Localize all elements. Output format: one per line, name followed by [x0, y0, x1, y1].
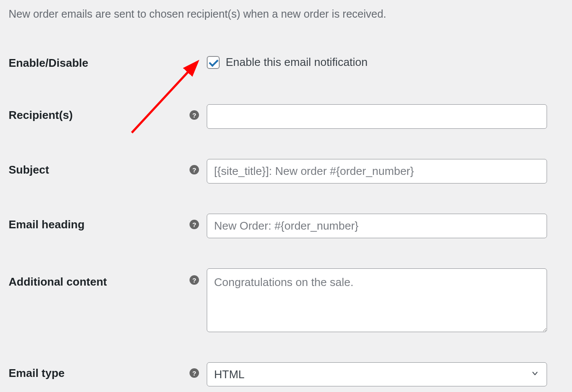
help-icon[interactable]: ?	[190, 110, 199, 120]
page-description: New order emails are sent to chosen reci…	[9, 8, 563, 20]
row-email-heading: Email heading ?	[9, 214, 563, 238]
label-recipients: Recipient(s)	[9, 104, 190, 122]
row-additional-content: Additional content ?	[9, 268, 563, 332]
label-additional-content: Additional content	[9, 268, 190, 289]
checkbox-enable-notification[interactable]	[207, 56, 220, 69]
help-icon[interactable]: ?	[190, 275, 199, 285]
label-subject: Subject	[9, 159, 190, 177]
checkbox-enable-label[interactable]: Enable this email notification	[226, 56, 368, 69]
label-enable-disable: Enable/Disable	[9, 55, 190, 70]
input-subject[interactable]	[207, 159, 547, 184]
row-recipients: Recipient(s) ?	[9, 104, 563, 129]
help-icon[interactable]: ?	[190, 220, 199, 229]
row-subject: Subject ?	[9, 159, 563, 184]
select-email-type[interactable]: HTML	[207, 362, 547, 386]
input-recipients[interactable]	[207, 104, 547, 129]
label-email-heading: Email heading	[9, 214, 190, 231]
row-enable-disable: Enable/Disable Enable this email notific…	[9, 55, 563, 70]
input-email-heading[interactable]	[207, 214, 547, 238]
help-icon[interactable]: ?	[190, 368, 199, 378]
label-email-type: Email type	[9, 362, 190, 380]
textarea-additional-content[interactable]	[207, 268, 547, 332]
row-email-type: Email type ? HTML	[9, 362, 563, 386]
help-icon[interactable]: ?	[190, 165, 199, 174]
